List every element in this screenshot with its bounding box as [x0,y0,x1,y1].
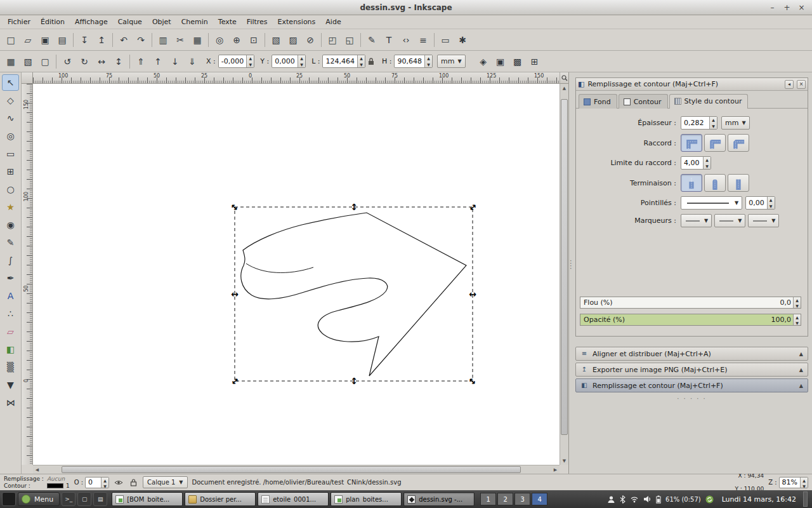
flip-vertical-icon[interactable]: ↕ [110,53,127,70]
zoom-selection-icon[interactable]: ◎ [211,32,228,48]
taskbar-window-bom[interactable]: [BOM_boite... [112,492,183,506]
spin-down-icon[interactable]: ▼ [794,303,801,309]
raise-icon[interactable]: ↑ [150,53,166,70]
spin-up-icon[interactable]: ▲ [358,55,365,62]
spin-up-icon[interactable]: ▲ [704,157,710,163]
spin-up-icon[interactable]: ▲ [710,117,717,123]
maximize-button[interactable]: + [782,2,792,13]
x-spin-arrows[interactable]: ▲▼ [246,55,254,67]
selection-handle-e[interactable]: ↔ [468,289,478,299]
vertical-scroll-thumb[interactable] [561,99,568,434]
spin-down-icon[interactable]: ▼ [704,163,710,170]
duplicate-icon[interactable]: ▧ [268,32,284,48]
layer-lock-icon[interactable] [128,478,138,488]
tab-contour[interactable]: Contour [619,94,668,109]
dash-pattern-combo[interactable]: ▼ [681,196,742,210]
width-spin-arrows[interactable]: ▲▼ [357,55,365,67]
print-icon[interactable]: ▤ [54,32,70,48]
taskbar-window-etoile[interactable]: etoile_0001... [258,492,329,506]
scroll-left-icon[interactable]: ◀ [33,465,41,474]
redo-icon[interactable]: ↷ [133,32,149,48]
spin-down-icon[interactable]: ▼ [801,483,808,489]
spin-down-icon[interactable]: ▼ [768,203,775,210]
spin-up-icon[interactable]: ▲ [298,55,305,62]
fill-stroke-indicator[interactable]: Remplissage : Aucun Contour : 1 [4,476,70,489]
round-cap-button[interactable] [704,174,726,192]
raise-to-top-icon[interactable]: ⇑ [133,53,149,70]
calligraphy-tool[interactable]: ✒ [2,270,19,286]
deselect-icon[interactable]: ▢ [37,53,53,70]
spin-down-icon[interactable]: ▼ [102,483,108,489]
spiral-tool[interactable]: ◉ [2,217,19,233]
marker-start-combo[interactable]: ▼ [681,214,712,227]
marker-end-combo[interactable]: ▼ [748,214,779,227]
show-desktop-button[interactable] [803,491,808,507]
affect-pattern-icon[interactable]: ⊞ [527,53,543,70]
units-combo[interactable]: mm ▼ [437,55,466,68]
eraser-tool[interactable]: ▱ [2,323,19,340]
y-input[interactable]: 0,000 ▲▼ [272,55,306,68]
blur-slider[interactable]: Flou (%) 0,0 ▲▼ [580,297,801,309]
selection-handle-s[interactable]: ↕ [349,376,359,386]
clock[interactable]: Lundi 14 mars, 16:42 [722,495,796,504]
dock-handle-dots[interactable]: · · · · · [575,392,808,402]
zoom-drawing-icon[interactable]: ⊕ [228,32,245,48]
text-tool[interactable]: A [2,288,19,304]
menu-calque[interactable]: Calque [113,15,147,29]
horizontal-scroll-thumb[interactable] [62,466,521,473]
opacity-slider[interactable]: Opacité (%) 100,0 ▲▼ [580,314,801,326]
spin-up-icon[interactable]: ▲ [425,55,432,62]
scroll-down-icon[interactable]: ▼ [560,457,568,465]
workspace-1[interactable]: 1 [480,493,496,505]
battery-icon[interactable] [656,495,661,504]
volume-icon[interactable] [643,495,652,503]
fill-stroke-dialog-icon[interactable]: ✎ [363,32,380,48]
copy-icon[interactable]: ▥ [155,32,171,48]
lower-to-bottom-icon[interactable]: ⇓ [184,53,200,70]
titlebar[interactable]: dessin.svg - Inkscape –+× [0,0,812,15]
star-tool[interactable]: ★ [2,199,19,215]
stroke-color-swatch[interactable] [47,483,63,488]
save-document-icon[interactable]: ▣ [37,32,53,48]
user-icon[interactable] [607,495,615,504]
tab-style-contour[interactable]: Style du contour [669,94,749,109]
document-properties-icon[interactable]: ▭ [437,32,454,48]
scroll-up-icon[interactable]: ▲ [560,84,568,92]
zoom-tool[interactable]: ◎ [2,128,19,144]
zoom-page-icon[interactable]: ⊡ [246,32,262,48]
launcher-files[interactable]: ▤ [93,492,107,506]
horizontal-scrollbar[interactable]: ◀ ▶ [33,465,560,474]
spin-up-icon[interactable]: ▲ [794,314,801,320]
undo-icon[interactable]: ↶ [115,32,132,48]
lock-ratio-icon[interactable] [366,57,376,67]
affect-stroke-icon[interactable]: ◈ [475,53,492,70]
object-opacity-input[interactable]: 0 ▲▼ [85,477,109,488]
panel-app-icon[interactable] [2,492,16,506]
menu-extensions[interactable]: Extensions [273,15,321,29]
dialog-close-button[interactable]: × [797,80,806,89]
spin-up-icon[interactable]: ▲ [247,55,254,62]
tab-fond[interactable]: Fond [579,94,617,109]
scroll-right-icon[interactable]: ▶ [551,465,560,474]
menu-filtres[interactable]: Filtres [242,15,273,29]
canvas-viewport[interactable]: ↔ ↕ ↔ ↔ ↔ ↔ ↕ ↔ [33,84,560,465]
unlink-clone-icon[interactable]: ⊘ [302,32,318,48]
layer-visibility-icon[interactable] [114,478,124,488]
taskbar-window-plan[interactable]: plan_boites... [331,492,402,506]
flip-horizontal-icon[interactable]: ↔ [93,53,110,70]
selection-handle-w[interactable]: ↔ [230,289,240,299]
bluetooth-icon[interactable] [620,495,625,504]
dash-offset-input[interactable]: 0,00 ▲▼ [745,196,775,210]
menu-fichier[interactable]: Fichier [3,15,36,29]
open-document-icon[interactable]: ▱ [20,32,36,48]
align-dialog-icon[interactable]: ≡ [415,32,431,48]
butt-cap-button[interactable] [681,174,702,192]
spin-down-icon[interactable]: ▼ [425,62,432,68]
spin-up-icon[interactable]: ▲ [801,478,808,483]
affect-corners-icon[interactable]: ▣ [492,53,509,70]
clone-icon[interactable]: ▨ [285,32,301,48]
menu-affichage[interactable]: Affichage [70,15,113,29]
dock-resize-grip[interactable]: ···· [570,260,573,270]
taskbar-window-dessin[interactable]: dessin.svg -... [403,492,475,506]
spin-down-icon[interactable]: ▼ [298,62,305,68]
